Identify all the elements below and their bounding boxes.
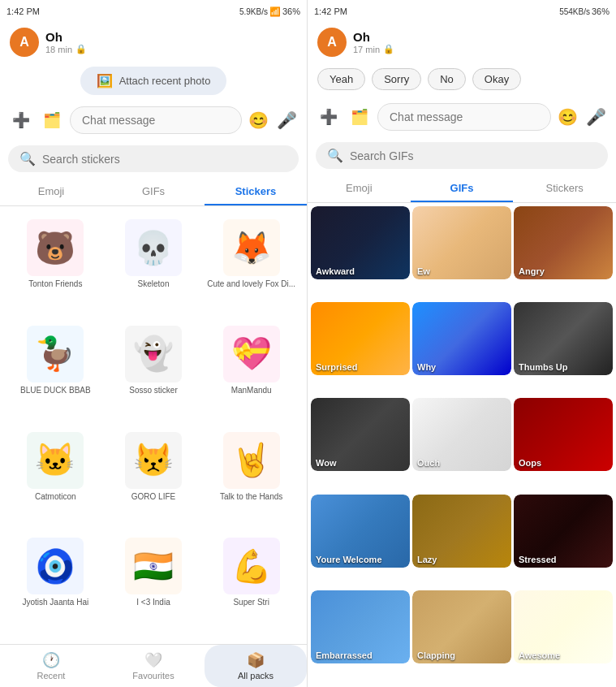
sticker-label: ManMandu [231,386,272,395]
photo-icon: 🖼️ [97,73,113,89]
left-mic-button[interactable]: 🎤 [275,109,299,132]
gif-item-stressed[interactable]: Stressed [514,495,613,568]
left-chat-name: Oh [45,30,87,44]
right-emoji-button[interactable]: 😊 [556,106,579,128]
gif-item-surprised[interactable]: Surprised [311,302,410,375]
left-tabs: Emoji GIFs Stickers [0,177,307,206]
attach-photo-label: Attach recent photo [119,75,211,87]
sticker-item[interactable]: 💪 Super Stri [202,531,300,637]
right-panel: 1:42 PM 554KB/s 36% A Oh 17 min 🔒 YeahSo… [308,0,616,687]
right-avatar: A [317,28,347,57]
nav-label: Favourites [132,671,174,681]
gif-item-awkward[interactable]: Awkward [311,206,410,279]
right-gif-grid: Awkward Ew Angry Surprised Why Thumbs Up… [308,203,616,687]
lock-icon: 🔒 [75,44,87,54]
sticker-item[interactable]: 💀 Skeleton [105,213,203,319]
nav-label: Recent [37,671,66,681]
sticker-label: I <3 India [136,598,170,607]
gif-item-thumbs-up[interactable]: Thumbs Up [514,302,613,375]
sticker-item[interactable]: 😾 GORO LIFE [105,426,203,532]
gif-item-oops[interactable]: Oops [514,398,613,471]
sticker-item[interactable]: 🤘 Talk to the Hands [202,426,300,532]
sticker-label: Catmoticon [35,492,76,502]
sticker-item[interactable]: 🐱 Catmoticon [6,426,105,532]
right-gallery-button[interactable]: 🗂️ [347,104,373,130]
gif-label: Ew [412,263,435,279]
sticker-item[interactable]: 👻 Sosso sticker [105,319,203,426]
sticker-item[interactable]: 🧿 Jyotish Jaanta Hai [6,531,105,637]
left-tab-gifs[interactable]: GIFs [102,177,205,205]
left-avatar: A [10,28,39,57]
nav-icon: 🕐 [42,651,60,669]
sticker-item[interactable]: 💝 ManMandu [202,319,300,426]
quick-reply-okay[interactable]: Okay [472,68,521,90]
nav-icon: 📦 [247,651,265,669]
left-tab-emoji[interactable]: Emoji [0,177,102,205]
gif-item-ew[interactable]: Ew [412,206,511,279]
left-search-input[interactable] [42,153,287,166]
gif-item-embarrassed[interactable]: Embarrassed [311,590,410,663]
sticker-thumb: 💪 [223,538,280,594]
bottom-nav-item-all-packs[interactable]: 📦 All packs [205,645,307,687]
right-message-input[interactable] [377,103,551,131]
sticker-label: Talk to the Hands [220,492,282,502]
gif-item-lazy[interactable]: Lazy [412,495,511,568]
right-lock-icon: 🔒 [383,44,394,54]
left-tab-stickers[interactable]: Stickers [205,177,307,205]
gif-item-awesome[interactable]: Awesome [514,590,613,663]
quick-reply-no[interactable]: No [428,68,466,90]
right-tab-emoji[interactable]: Emoji [308,174,411,202]
sticker-label: Cute and lovely Fox Di... [207,279,295,289]
gif-item-youre-welcome[interactable]: Youre Welcome [311,495,410,568]
gif-label: Thumbs Up [514,359,573,375]
sticker-label: Tonton Friends [28,279,82,289]
right-mic-button[interactable]: 🎤 [584,106,608,128]
right-network: 554KB/s [559,7,590,16]
gif-label: Wow [311,455,341,471]
left-emoji-button[interactable]: 😊 [247,109,270,132]
sticker-thumb: 🦊 [223,219,280,276]
sticker-item[interactable]: 🦊 Cute and lovely Fox Di... [202,213,300,319]
right-time: 1:42 PM [314,6,347,16]
sticker-label: Skeleton [138,279,170,289]
right-chat-info: Oh 17 min 🔒 [353,30,394,54]
sticker-thumb: 💝 [223,326,280,382]
sticker-item[interactable]: 🦆 BLUE DUCK BBAB [6,319,105,426]
right-search-input[interactable] [350,149,597,162]
right-tab-gifs[interactable]: GIFs [411,174,514,202]
right-add-button[interactable]: ➕ [316,104,342,130]
gif-label: Youre Welcome [311,551,387,568]
left-chat-meta: 18 min 🔒 [45,44,87,54]
gif-label: Angry [514,263,549,279]
sticker-item[interactable]: 🐻 Tonton Friends [6,213,105,319]
gif-item-why[interactable]: Why [412,302,511,375]
gif-item-wow[interactable]: Wow [311,398,410,471]
left-gallery-button[interactable]: 🗂️ [39,107,65,133]
left-message-input[interactable] [70,106,242,134]
attach-photo-button[interactable]: 🖼️ Attach recent photo [80,67,227,95]
gif-item-clapping[interactable]: Clapping [412,590,511,663]
gif-label: Embarrassed [311,647,377,663]
sticker-label: GORO LIFE [131,492,175,502]
sticker-item[interactable]: 🇮🇳 I <3 India [105,531,203,637]
bottom-nav-item-favourites[interactable]: 🤍 Favourites [102,645,205,687]
bottom-nav-item-recent[interactable]: 🕐 Recent [0,645,102,687]
right-chat-meta: 17 min 🔒 [353,44,394,54]
gif-label: Clapping [412,647,460,663]
gif-label: Awkward [311,263,360,279]
right-search-icon: 🔍 [327,148,343,163]
right-tab-stickers[interactable]: Stickers [513,174,616,202]
quick-reply-sorry[interactable]: Sorry [372,68,421,90]
sticker-thumb: 💀 [125,219,182,276]
quick-reply-yeah[interactable]: Yeah [317,68,365,90]
sticker-label: Super Stri [233,598,269,607]
sticker-thumb: 😾 [125,432,182,489]
sticker-label: Sosso sticker [129,386,177,395]
gif-item-angry[interactable]: Angry [514,206,613,279]
sticker-thumb: 🧿 [27,538,84,594]
right-message-input-row: ➕ 🗂️ 😊 🎤 [308,97,616,137]
right-status-bar: 1:42 PM 554KB/s 36% [308,0,616,23]
gif-item-ouch[interactable]: Ouch [412,398,511,471]
right-search-bar: 🔍 [316,142,608,169]
left-add-button[interactable]: ➕ [8,107,34,133]
